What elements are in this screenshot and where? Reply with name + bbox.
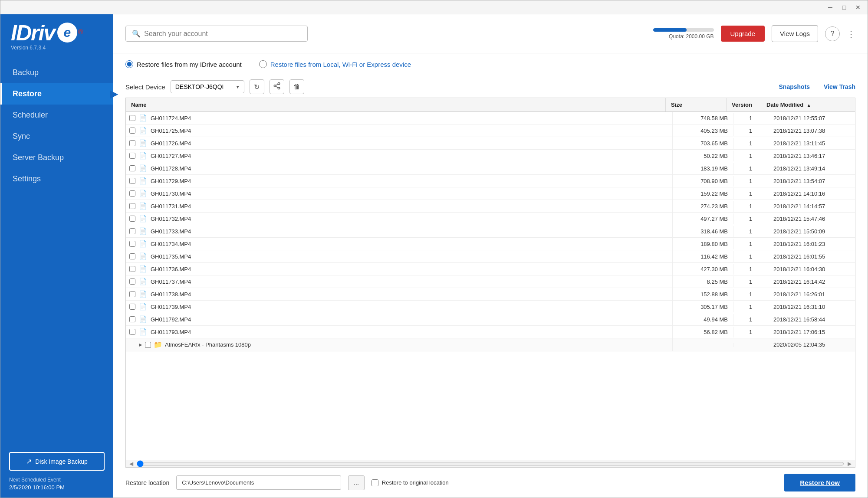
file-date: 2018/12/21 13:49:14 (768, 163, 855, 174)
radio-idrive-label: Restore files from my IDrive account (137, 61, 242, 68)
radio-row: Restore files from my IDrive account Res… (125, 60, 855, 68)
radio-local-input[interactable] (259, 60, 267, 68)
maximize-button[interactable]: □ (838, 1, 850, 13)
file-checkbox-9[interactable] (129, 228, 135, 234)
sidebar-item-scheduler[interactable]: Scheduler (0, 105, 113, 126)
refresh-icon: ↻ (254, 83, 260, 91)
file-version: 1 (733, 213, 768, 224)
file-size: 274.23 MB (673, 201, 733, 212)
expand-arrow-icon[interactable]: ▶ (139, 342, 142, 347)
file-checkbox-16[interactable] (129, 316, 135, 322)
file-checkbox-4[interactable] (129, 165, 135, 171)
radio-idrive-account[interactable]: Restore files from my IDrive account (125, 60, 242, 68)
view-logs-button[interactable]: View Logs (772, 25, 818, 42)
table-row: 📄 GH011726.MP4 703.65 MB 1 2018/12/21 13… (126, 137, 855, 150)
share-button[interactable] (270, 79, 284, 94)
file-size: 318.46 MB (673, 226, 733, 237)
col-size[interactable]: Size (666, 98, 727, 111)
view-trash-link[interactable]: View Trash (824, 83, 855, 90)
radio-local-device[interactable]: Restore files from Local, Wi-Fi or Expre… (259, 60, 411, 68)
file-icon: 📄 (139, 190, 147, 197)
folder-row: ▶ 📁 AtmosFEARfx - Phantasms 1080p 2020/0… (126, 338, 855, 351)
restore-path-input[interactable] (176, 475, 341, 490)
file-icon: 📄 (139, 240, 147, 248)
svg-point-0 (278, 83, 280, 85)
file-checkbox-1[interactable] (129, 128, 135, 134)
disk-image-backup-button[interactable]: ↗ Disk Image Backup (9, 452, 105, 471)
sidebar-item-sync[interactable]: Sync (0, 126, 113, 147)
file-checkbox-5[interactable] (129, 178, 135, 184)
col-date[interactable]: Date Modified ▲ (761, 98, 848, 111)
restore-location-label: Restore location (125, 479, 169, 486)
close-button[interactable]: ✕ (852, 1, 864, 13)
file-version: 1 (733, 251, 768, 262)
restore-original-checkbox[interactable] (372, 479, 378, 486)
table-row: 📄 GH011730.MP4 159.22 MB 1 2018/12/21 14… (126, 187, 855, 200)
file-date: 2018/12/21 14:10:16 (768, 188, 855, 199)
minimize-button[interactable]: ─ (824, 1, 836, 13)
file-size: 405.23 MB (673, 125, 733, 136)
folder-checkbox[interactable] (145, 342, 151, 348)
folder-date: 2020/02/05 12:04:35 (768, 339, 855, 350)
file-checkbox-15[interactable] (129, 304, 135, 310)
device-select[interactable]: DESKTOP-J6QQI (171, 80, 244, 93)
folder-name-cell: ▶ 📁 AtmosFEARfx - Phantasms 1080p (126, 338, 673, 351)
file-checkbox-13[interactable] (129, 278, 135, 285)
more-options-button[interactable]: ⋮ (847, 29, 855, 39)
device-select-wrapper[interactable]: DESKTOP-J6QQI (171, 80, 244, 93)
quota-container: Quota: 2000.00 GB (653, 28, 714, 39)
file-version: 1 (733, 138, 768, 149)
file-checkbox-11[interactable] (129, 253, 135, 259)
file-icon: 📄 (139, 328, 147, 336)
sidebar-item-restore[interactable]: Restore (0, 83, 113, 105)
sidebar-item-server-backup[interactable]: Server Backup (0, 147, 113, 168)
delete-button[interactable]: 🗑 (289, 79, 304, 94)
file-name: GH011731.MP4 (151, 203, 191, 210)
file-checkbox-10[interactable] (129, 241, 135, 247)
file-checkbox-6[interactable] (129, 190, 135, 197)
sidebar-item-backup[interactable]: Backup (0, 62, 113, 83)
radio-idrive-input[interactable] (125, 60, 133, 68)
file-checkbox-17[interactable] (129, 329, 135, 335)
file-checkbox-12[interactable] (129, 266, 135, 272)
file-checkbox-7[interactable] (129, 203, 135, 209)
hscroll-row: ◀ ▶ (126, 460, 855, 467)
help-button[interactable]: ? (825, 26, 840, 41)
file-checkbox-14[interactable] (129, 291, 135, 297)
logo-registered: ® (78, 28, 83, 36)
file-name-cell: 📄 GH011732.MP4 (126, 213, 673, 225)
file-date: 2018/12/21 13:07:38 (768, 125, 855, 136)
file-name-cell: 📄 GH011735.MP4 (126, 250, 673, 262)
snapshots-link[interactable]: Snapshots (779, 83, 810, 90)
file-checkbox-2[interactable] (129, 140, 135, 146)
file-name: GH011793.MP4 (151, 329, 191, 335)
file-icon: 📄 (139, 114, 147, 122)
file-name-cell: 📄 GH011731.MP4 (126, 200, 673, 212)
col-name[interactable]: Name (126, 98, 666, 111)
file-name-cell: 📄 GH011725.MP4 (126, 124, 673, 137)
file-version: 1 (733, 226, 768, 237)
logo-text: IDri (11, 22, 43, 44)
disk-image-icon: ↗ (26, 457, 32, 465)
app-window: ─ □ ✕ IDri v e ® (0, 0, 868, 498)
file-checkbox-0[interactable] (129, 115, 135, 121)
hscroll-right[interactable]: ▶ (844, 461, 855, 467)
search-box[interactable]: 🔍 (125, 26, 308, 42)
upgrade-button[interactable]: Upgrade (721, 26, 765, 42)
table-row: 📄 GH011737.MP4 8.25 MB 1 2018/12/21 16:1… (126, 275, 855, 288)
refresh-button[interactable]: ↻ (250, 79, 264, 94)
file-date: 2018/12/21 12:55:07 (768, 113, 855, 124)
col-version[interactable]: Version (727, 98, 761, 111)
browse-button[interactable]: ... (348, 475, 365, 490)
hscroll-left[interactable]: ◀ (126, 461, 137, 467)
file-size: 497.27 MB (673, 213, 733, 224)
hscroll-bar[interactable] (137, 462, 844, 466)
sidebar-item-settings[interactable]: Settings (0, 168, 113, 190)
search-icon: 🔍 (132, 29, 141, 38)
search-input[interactable] (144, 30, 301, 38)
file-checkbox-8[interactable] (129, 216, 135, 222)
file-name-cell: 📄 GH011733.MP4 (126, 225, 673, 237)
file-checkbox-3[interactable] (129, 153, 135, 159)
restore-now-button[interactable]: Restore Now (784, 474, 855, 491)
file-version: 1 (733, 327, 768, 337)
